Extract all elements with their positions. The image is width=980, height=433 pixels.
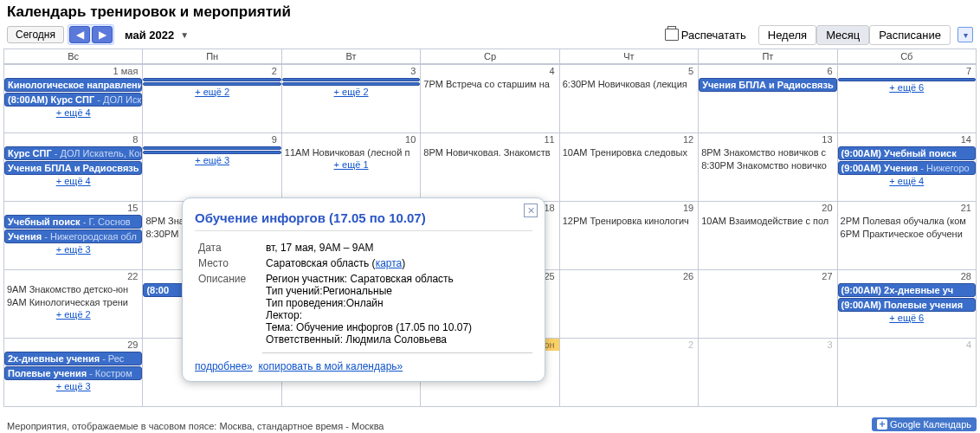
event-bar[interactable]: Полевые учения - Костром [4, 366, 142, 380]
today-button[interactable]: Сегодня [7, 26, 64, 43]
day-cell[interactable]: 4 [838, 339, 977, 407]
event-plain[interactable]: 9AM Знакомство детско-юн [4, 283, 142, 295]
day-number: 11 [421, 133, 558, 145]
day-number: 20 [699, 202, 836, 214]
event-bar[interactable] [143, 82, 280, 86]
day-cell[interactable]: 26 [560, 270, 699, 339]
day-cell[interactable]: 9 + ещё 3 [143, 133, 281, 202]
day-cell[interactable]: 47PM Встреча со старшим на [421, 65, 559, 133]
more-link[interactable]: + ещё 1 [282, 159, 420, 170]
day-cell[interactable]: 7 + ещё 6 [838, 65, 977, 133]
event-plain[interactable]: 12PM Тренировка кинологич [560, 215, 698, 227]
event-bar[interactable] [143, 151, 280, 154]
event-plain[interactable]: 6:30PM Новичковая (лекция [560, 78, 698, 90]
day-cell[interactable]: 212PM Полевая обучалка (ком6PM Практичес… [838, 202, 977, 270]
event-bar[interactable]: 2х-дневные учения - Рес [4, 352, 142, 365]
prev-button[interactable]: ◀ [69, 26, 90, 43]
day-cell[interactable]: 1210AM Тренировка следовых [560, 133, 699, 202]
more-link[interactable]: + ещё 2 [4, 309, 142, 320]
popup-title: Обучение инфоргов (17.05 по 10.07) [195, 210, 532, 231]
map-link[interactable]: карта [376, 257, 403, 269]
more-link[interactable]: + ещё 4 [4, 107, 142, 118]
event-plain[interactable]: 11AM Новичковая (лесной п [282, 146, 420, 158]
event-bar[interactable]: Курс СПГ - ДОЛ Искатель, Ковровский райо… [4, 146, 142, 160]
event-bar[interactable]: Учебный поиск - Г. Соснов [4, 215, 142, 229]
day-cell[interactable]: 3 [699, 339, 837, 407]
google-calendar-button[interactable]: +Google Календарь [872, 417, 977, 431]
day-number: 7 [838, 65, 976, 77]
event-bar[interactable]: Учения БПЛА и Радиосвязь - Самарская обл… [4, 161, 142, 175]
day-cell[interactable]: 6Учения БПЛА и Радиосвязь - Самарская об… [699, 65, 837, 133]
day-cell[interactable]: 8Курс СПГ - ДОЛ Искатель, Ковровский рай… [4, 133, 143, 202]
tab-month[interactable]: Месяц [816, 25, 869, 45]
day-cell[interactable]: 2010AM Взаимодействие с пол [699, 202, 837, 270]
close-icon[interactable]: ✕ [524, 204, 538, 217]
event-plain[interactable]: 6PM Практическое обучени [838, 228, 976, 240]
event-bar[interactable]: Учения БПЛА и Радиосвязь - Самарская обл… [699, 78, 836, 92]
more-link[interactable]: + ещё 3 [4, 244, 142, 255]
day-cell[interactable]: 15Учебный поиск - Г. СосновУчения - Ниже… [4, 202, 143, 270]
day-cell[interactable]: 1 маяКинологическое направление - Калужс… [4, 65, 143, 133]
event-bar[interactable] [282, 78, 420, 81]
day-cell[interactable]: 56:30PM Новичковая (лекция [560, 65, 699, 133]
more-link[interactable]: + ещё 3 [4, 381, 142, 391]
more-link[interactable]: + ещё 2 [282, 87, 420, 97]
copy-link[interactable]: копировать в мой календарь» [258, 360, 403, 372]
day-number: 6 [699, 65, 836, 77]
day-number: 8 [4, 133, 142, 145]
event-plain[interactable]: 8:30PM Знакомство новичко [699, 159, 836, 171]
more-link[interactable]: + ещё 6 [838, 82, 976, 93]
day-number: 3 [699, 339, 836, 351]
day-cell[interactable]: 118PM Новичковая. Знакомств [421, 133, 559, 202]
day-cell[interactable]: 28(9:00AM) 2х-дневные уч(9:00AM) Полевые… [838, 270, 977, 339]
popup-desc: Регион участник: Саратовская областьТип … [262, 271, 532, 353]
event-bar[interactable]: (9:00AM) Полевые учения [838, 298, 976, 312]
event-plain[interactable]: 2PM Полевая обучалка (ком [838, 215, 976, 227]
event-bar[interactable] [282, 82, 420, 86]
event-plain[interactable]: 10AM Тренировка следовых [560, 146, 698, 158]
event-plain[interactable]: 9AM Кинологическая трени [4, 296, 142, 308]
more-link[interactable]: + ещё 4 [4, 176, 142, 186]
day-cell[interactable]: 2 + ещё 2 [143, 65, 281, 133]
event-plain[interactable]: 8PM Новичковая. Знакомств [421, 146, 558, 158]
day-cell[interactable]: 138PM Знакомство новичков с8:30PM Знаком… [699, 133, 837, 202]
day-cell[interactable]: 27 [699, 270, 837, 339]
event-bar[interactable]: Кинологическое направление - Калужская о… [4, 78, 142, 92]
event-plain[interactable]: 10AM Взаимодействие с пол [699, 215, 836, 227]
day-cell[interactable]: 2 [560, 339, 699, 407]
next-button[interactable]: ▶ [92, 26, 113, 43]
event-bar[interactable]: Учения - Нижегородская обл [4, 229, 142, 243]
more-link[interactable]: + ещё 3 [143, 155, 280, 165]
tab-schedule[interactable]: Расписание [869, 25, 951, 45]
day-cell[interactable]: 1011AM Новичковая (лесной п+ ещё 1 [282, 133, 421, 202]
more-link[interactable]: + ещё 4 [838, 176, 976, 186]
event-bar[interactable] [838, 78, 976, 81]
event-bar[interactable] [143, 146, 280, 150]
event-plain[interactable]: 7PM Встреча со старшим на [421, 78, 558, 90]
event-popup: ✕ Обучение инфоргов (17.05 по 10.07) Дат… [182, 197, 545, 382]
day-cell[interactable]: 14(9:00AM) Учебный поиск(9:00AM) Учения … [838, 133, 977, 202]
month-dropdown-icon[interactable]: ▼ [180, 30, 189, 40]
day-number: 9 [143, 133, 280, 145]
day-number: 29 [4, 339, 142, 351]
event-bar[interactable]: (9:00AM) Учения - Нижегоро [838, 161, 976, 175]
print-button[interactable]: Распечатать [656, 26, 755, 44]
day-cell[interactable]: 292х-дневные учения - РесПолевые учения … [4, 339, 143, 407]
tab-week[interactable]: Неделя [758, 25, 816, 45]
more-link[interactable]: + ещё 2 [143, 87, 280, 97]
day-header-row: ВсПнВтСрЧтПтСб [3, 48, 977, 64]
event-bar[interactable]: (8:00AM) Курс СПГ - ДОЛ Искатель, Ковров… [4, 93, 142, 107]
details-link[interactable]: подробнее» [195, 360, 253, 372]
popup-place-label: Место [195, 255, 262, 271]
day-cell[interactable]: 229AM Знакомство детско-юн9AM Кинологиче… [4, 270, 143, 339]
event-bar[interactable]: (9:00AM) Учебный поиск [838, 146, 976, 160]
event-bar[interactable] [143, 78, 280, 81]
event-plain[interactable]: 8PM Знакомство новичков с [699, 146, 836, 158]
day-cell[interactable]: 3 + ещё 2 [282, 65, 421, 133]
more-link[interactable]: + ещё 6 [838, 313, 976, 323]
settings-dropdown[interactable] [957, 27, 973, 42]
event-bar[interactable]: (9:00AM) 2х-дневные уч [838, 283, 976, 297]
day-number: 3 [282, 65, 420, 77]
day-number: 19 [560, 202, 698, 214]
day-cell[interactable]: 1912PM Тренировка кинологич [560, 202, 699, 270]
